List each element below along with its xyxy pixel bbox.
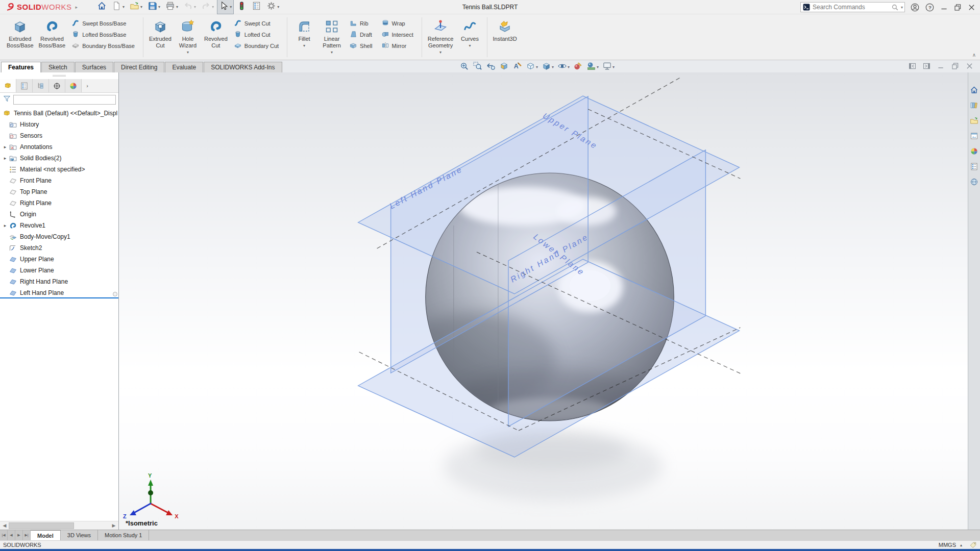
more-tabs-icon[interactable]: › bbox=[82, 79, 93, 92]
bottom-tab-motion-study-1[interactable]: Motion Study 1 bbox=[98, 530, 149, 540]
tree-item-solid-bodies-2-[interactable]: ▸Solid Bodies(2) bbox=[0, 153, 118, 164]
tree-item-upper-plane[interactable]: Upper Plane bbox=[0, 254, 118, 265]
brand-flyout-arrow-icon[interactable]: ▸ bbox=[76, 5, 78, 10]
lofted-cut-button[interactable]: Lofted Cut bbox=[232, 29, 282, 40]
tree-item-right-hand-plane[interactable]: Right Hand Plane bbox=[0, 276, 118, 287]
taskpane-solidworks-resources-button[interactable] bbox=[969, 177, 979, 187]
close-button[interactable] bbox=[967, 3, 976, 12]
open-document-button[interactable]: ▾ bbox=[128, 0, 144, 14]
section-view-button[interactable] bbox=[499, 61, 509, 73]
pane-left-icon[interactable] bbox=[908, 62, 917, 72]
scroll-thumb[interactable] bbox=[9, 522, 74, 529]
display-style-button[interactable]: ▾ bbox=[542, 61, 554, 73]
expand-arrow-icon[interactable]: ▸ bbox=[2, 156, 9, 161]
expand-arrow-icon[interactable]: ▸ bbox=[2, 223, 9, 228]
shell-button[interactable]: Shell bbox=[347, 40, 376, 51]
select-dropdown-icon[interactable]: ▾ bbox=[230, 5, 232, 9]
intersect-button[interactable]: Intersect bbox=[379, 29, 417, 40]
redo-button[interactable]: ▾ bbox=[199, 0, 216, 14]
select-button[interactable]: ▾ bbox=[217, 0, 234, 14]
save-dropdown-icon[interactable]: ▾ bbox=[158, 5, 160, 9]
lofted-boss-base-button[interactable]: Lofted Boss/Base bbox=[69, 29, 138, 40]
tree-item-revolve1[interactable]: ▸Revolve1 bbox=[0, 220, 118, 231]
apply-scene-dropdown-icon[interactable]: ▾ bbox=[597, 65, 599, 69]
tree-item-sketch2[interactable]: Sketch2 bbox=[0, 242, 118, 254]
fillet-button[interactable]: Fillet▾ bbox=[291, 16, 317, 59]
tree-item-origin[interactable]: Origin bbox=[0, 209, 118, 220]
save-button[interactable]: ▾ bbox=[145, 0, 162, 14]
print-dropdown-icon[interactable]: ▾ bbox=[176, 5, 178, 9]
configuration-manager-tab[interactable] bbox=[33, 79, 49, 92]
model-scene[interactable]: Upper Plane Left Hand Plane Right Hand P… bbox=[119, 72, 968, 530]
rib-button[interactable]: Rib bbox=[347, 18, 376, 29]
doc-close-icon[interactable] bbox=[965, 62, 974, 72]
swept-boss-base-button[interactable]: Swept Boss/Base bbox=[69, 18, 138, 29]
taskpane-view-palette-button[interactable] bbox=[969, 131, 979, 141]
tab-evaluate[interactable]: Evaluate bbox=[165, 62, 203, 72]
options-dropdown-icon[interactable]: ▾ bbox=[277, 5, 279, 9]
tree-item-right-plane[interactable]: Right Plane bbox=[0, 197, 118, 209]
tree-filter-input[interactable] bbox=[13, 95, 116, 105]
panel-splitter-handle[interactable] bbox=[113, 292, 117, 296]
tree-item-body-move-copy1[interactable]: Body-Move/Copy1 bbox=[0, 231, 118, 242]
boundary-boss-base-button[interactable]: Boundary Boss/Base bbox=[69, 40, 138, 51]
file-properties-button[interactable] bbox=[250, 0, 263, 14]
undo-button[interactable]: ▾ bbox=[181, 0, 198, 14]
dimxpert-manager-tab[interactable] bbox=[49, 79, 65, 92]
taskpane-design-library-button[interactable] bbox=[969, 100, 979, 110]
tree-item-left-hand-plane[interactable]: Left Hand Plane bbox=[0, 287, 118, 298]
scroll-right-icon[interactable]: ▶ bbox=[110, 523, 118, 528]
graphics-area[interactable]: Upper Plane Left Hand Plane Right Hand P… bbox=[119, 72, 968, 530]
revolved-boss-base-button[interactable]: RevolvedBoss/Base bbox=[37, 16, 68, 59]
new-document-dropdown-icon[interactable]: ▾ bbox=[122, 5, 125, 9]
rebuild-button[interactable] bbox=[235, 0, 249, 14]
view-orientation-dropdown-icon[interactable]: ▾ bbox=[536, 65, 538, 69]
taskpane-appearances-scenes-button[interactable] bbox=[969, 146, 979, 156]
linear-pattern-button[interactable]: LinearPattern▾ bbox=[318, 16, 345, 59]
doc-min-icon[interactable] bbox=[937, 62, 945, 72]
undo-dropdown-icon[interactable]: ▾ bbox=[194, 5, 196, 9]
bottom-tab-model[interactable]: Model bbox=[31, 530, 61, 540]
revolved-cut-button[interactable]: RevolvedCut bbox=[202, 16, 230, 59]
view-settings-dropdown-icon[interactable]: ▾ bbox=[612, 65, 615, 69]
curves-dropdown-icon[interactable]: ▾ bbox=[469, 43, 471, 48]
taskpane-home-button[interactable] bbox=[969, 85, 979, 95]
panel-horizontal-scrollbar[interactable]: ◀ ▶ bbox=[0, 521, 118, 530]
tab-direct-editing[interactable]: Direct Editing bbox=[114, 62, 164, 72]
scroll-left-icon[interactable]: ◀ bbox=[1, 523, 9, 528]
minimize-button[interactable] bbox=[940, 3, 948, 12]
tree-item-front-plane[interactable]: Front Plane bbox=[0, 175, 118, 186]
reference-geometry-dropdown-icon[interactable]: ▾ bbox=[439, 50, 442, 55]
sheet-nav-0-button[interactable]: |◀ bbox=[0, 530, 8, 540]
linear-pattern-dropdown-icon[interactable]: ▾ bbox=[331, 50, 333, 55]
tab-features[interactable]: Features bbox=[1, 62, 41, 72]
mirror-button[interactable]: Mirror bbox=[379, 40, 417, 51]
tab-surfaces[interactable]: Surfaces bbox=[75, 62, 113, 72]
display-style-dropdown-icon[interactable]: ▾ bbox=[552, 65, 554, 69]
edit-appearance-button[interactable] bbox=[573, 61, 583, 73]
unit-system-selector[interactable]: MMGS ▴ bbox=[939, 542, 962, 548]
tree-item-annotations[interactable]: ▸AAnnotations bbox=[0, 141, 118, 153]
tree-item-top-plane[interactable]: Top Plane bbox=[0, 186, 118, 197]
hole-wizard-dropdown-icon[interactable]: ▾ bbox=[187, 50, 189, 55]
help-icon[interactable]: ? bbox=[925, 3, 935, 12]
new-document-button[interactable]: ▾ bbox=[110, 0, 127, 14]
command-search[interactable]: ▾ bbox=[800, 2, 905, 12]
panel-grip[interactable] bbox=[0, 72, 118, 79]
print-button[interactable]: ▾ bbox=[163, 0, 180, 14]
collapse-ribbon-icon[interactable]: ∧ bbox=[972, 52, 976, 58]
sheet-nav-1-button[interactable]: ◀ bbox=[8, 530, 15, 540]
home-button[interactable] bbox=[95, 0, 109, 14]
tag-icon[interactable] bbox=[969, 541, 977, 549]
taskpane-file-explorer-button[interactable] bbox=[969, 115, 979, 126]
tab-sketch[interactable]: Sketch bbox=[41, 62, 75, 72]
property-manager-tab[interactable] bbox=[16, 79, 33, 92]
zoom-to-fit-button[interactable] bbox=[459, 61, 469, 73]
fillet-dropdown-icon[interactable]: ▾ bbox=[303, 43, 305, 48]
hide-show-items-dropdown-icon[interactable]: ▾ bbox=[568, 65, 570, 69]
options-button[interactable]: ▾ bbox=[264, 0, 281, 14]
dynamic-annotation-views-button[interactable]: A bbox=[512, 61, 522, 73]
restore-button[interactable] bbox=[953, 3, 962, 12]
zoom-to-area-button[interactable] bbox=[473, 61, 482, 73]
view-settings-button[interactable]: ▾ bbox=[602, 61, 615, 73]
